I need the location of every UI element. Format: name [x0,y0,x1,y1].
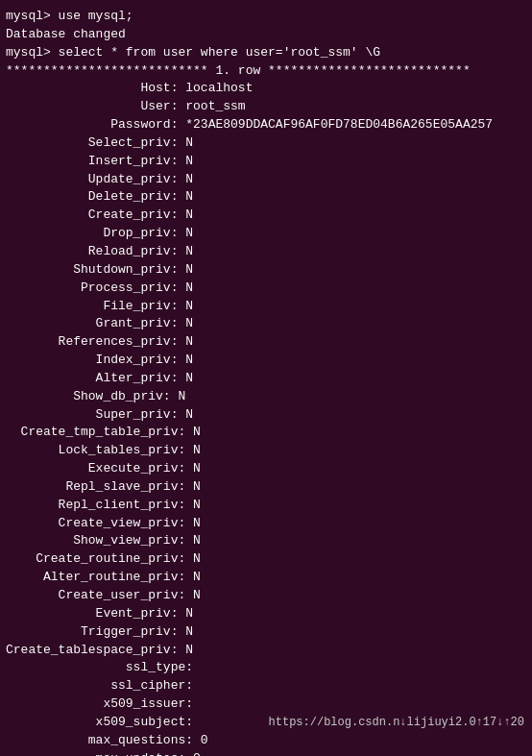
terminal-line-l28: Repl_client_priv: N [6,497,526,515]
terminal-line-l41: max_questions: 0 [6,732,526,750]
terminal-line-l20: Index_priv: N [6,352,526,370]
terminal-line-l38: ssl_cipher: [6,677,526,695]
terminal-line-l4: *************************** 1. row *****… [6,62,526,81]
terminal-line-l37: ssl_type: [6,659,526,677]
terminal-line-l25: Lock_tables_priv: N [6,442,526,460]
terminal-line-l22: Show_db_priv: N [6,388,526,406]
terminal-line-l35: Trigger_priv: N [6,623,526,642]
terminal-line-l16: Process_priv: N [6,280,526,298]
terminal-line-l23: Super_priv: N [6,406,526,425]
terminal-line-l9: Insert_priv: N [6,153,526,171]
terminal-line-l24: Create_tmp_table_priv: N [6,424,526,442]
terminal-line-l3: mysql> select * from user where user='ro… [6,44,526,62]
terminal-line-l30: Show_view_priv: N [6,532,526,550]
terminal-output: mysql> use mysql;Database changedmysql> … [6,8,526,756]
terminal-line-l36: Create_tablespace_priv: N [6,642,526,660]
terminal-line-l29: Create_view_priv: N [6,515,526,533]
terminal-line-l14: Reload_priv: N [6,243,526,261]
terminal-window: mysql> use mysql;Database changedmysql> … [0,0,532,756]
terminal-line-l10: Update_priv: N [6,171,526,189]
terminal-line-l18: Grant_priv: N [6,315,526,333]
terminal-line-l15: Shutdown_priv: N [6,261,526,280]
terminal-line-l2: Database changed [6,26,526,44]
terminal-line-l42: max_updates: 0 [6,750,526,756]
terminal-line-l6: User: root_ssm [6,98,526,116]
terminal-line-l1: mysql> use mysql; [6,8,526,26]
terminal-line-l7: Password: *23AE809DDACAF96AF0FD78ED04B6A… [6,116,526,134]
watermark: https://blog.csdn.n↓lijiuyi2.0↑17↓↑20 [269,716,524,729]
terminal-line-l5: Host: localhost [6,80,526,98]
terminal-line-l33: Create_user_priv: N [6,587,526,605]
terminal-line-l34: Event_priv: N [6,605,526,623]
terminal-line-l11: Delete_priv: N [6,188,526,207]
terminal-line-l12: Create_priv: N [6,207,526,225]
terminal-line-l8: Select_priv: N [6,134,526,153]
terminal-line-l19: References_priv: N [6,333,526,352]
terminal-line-l39: x509_issuer: [6,695,526,714]
terminal-line-l31: Create_routine_priv: N [6,550,526,569]
terminal-line-l13: Drop_priv: N [6,225,526,243]
terminal-line-l21: Alter_priv: N [6,370,526,388]
terminal-line-l17: File_priv: N [6,298,526,316]
terminal-line-l32: Alter_routine_priv: N [6,569,526,587]
terminal-line-l26: Execute_priv: N [6,460,526,478]
terminal-line-l27: Repl_slave_priv: N [6,478,526,497]
